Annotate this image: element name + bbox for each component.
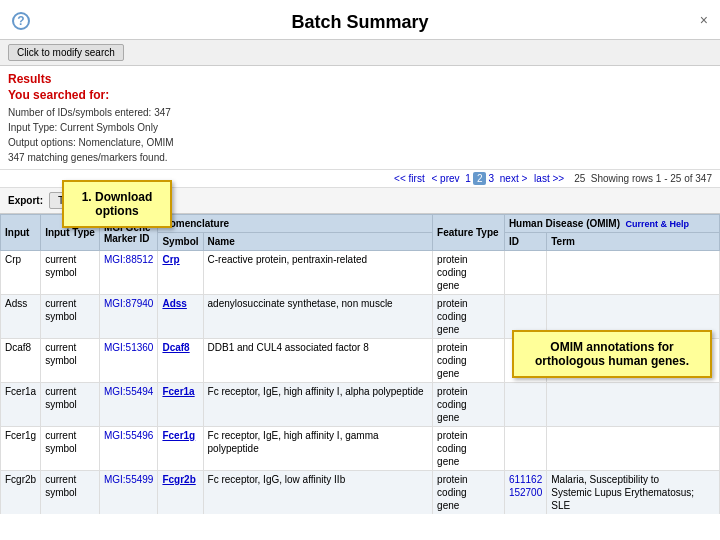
col-human-disease: Human Disease (OMIM) Current & Help: [504, 215, 719, 233]
cell-omim-id: [504, 251, 546, 295]
cell-name: C-reactive protein, pentraxin-related: [203, 251, 433, 295]
table-row: Adss currentsymbol MGI:87940 Adss adenyl…: [1, 295, 720, 339]
cell-omim-term: Malaria, Susceptibility toSystemic Lupus…: [547, 471, 720, 515]
cell-input-type: currentsymbol: [41, 471, 100, 515]
col-input-type: Input Type: [41, 215, 100, 251]
cell-mgi-id: MGI:88512: [99, 251, 157, 295]
cell-name: Fc receptor, IgE, high affinity I, gamma…: [203, 427, 433, 471]
next-page-link[interactable]: next >: [500, 173, 528, 184]
search-info-line-2: Input Type: Current Symbols Only: [8, 120, 712, 135]
cell-omim-id: 611162152700: [504, 471, 546, 515]
cell-feature-type: protein codinggene: [433, 295, 505, 339]
results-table: Input Input Type MGI GeneMarker ID Nomen…: [0, 214, 720, 514]
cell-input: Crp: [1, 251, 41, 295]
search-info-line-1: Number of IDs/symbols entered: 347: [8, 105, 712, 120]
col-omim-id: ID: [504, 233, 546, 251]
page-3[interactable]: 3: [488, 173, 494, 184]
table-row: Fcgr2b currentsymbol MGI:55499 Fcgr2b Fc…: [1, 471, 720, 515]
cell-symbol: Adss: [158, 295, 203, 339]
col-name: Name: [203, 233, 433, 251]
cell-input-type: currentsymbol: [41, 383, 100, 427]
close-icon[interactable]: ×: [700, 12, 708, 28]
cell-feature-type: protein codinggene: [433, 427, 505, 471]
search-subtitle: You searched for:: [8, 88, 712, 102]
cell-symbol: Fcgr2b: [158, 471, 203, 515]
pagination-bar: << first < prev 1 2 3 next > last >> 25 …: [0, 170, 720, 188]
cell-name: DDB1 and CUL4 associated factor 8: [203, 339, 433, 383]
cell-feature-type: protein codinggene: [433, 251, 505, 295]
page-header: Batch Summary: [0, 0, 720, 40]
cell-feature-type: protein codinggene: [433, 383, 505, 427]
cell-input: Fcer1g: [1, 427, 41, 471]
cell-input-type: currentsymbol: [41, 427, 100, 471]
export-text-button[interactable]: Text File: [49, 192, 104, 209]
cell-omim-term: [547, 295, 720, 339]
help-icon[interactable]: ?: [12, 12, 30, 30]
modify-search-bar: Click to modify search: [0, 40, 720, 66]
cell-mgi-id: MGI:87940: [99, 295, 157, 339]
results-section: Results You searched for: Number of IDs/…: [0, 66, 720, 170]
col-nomenclature: Nomenclature: [158, 215, 433, 233]
cell-symbol: Fcer1a: [158, 383, 203, 427]
first-page-link[interactable]: << first: [394, 173, 425, 184]
table-row: Dcaf8 currentsymbol MGI:51360 Dcaf8 DDB1…: [1, 339, 720, 383]
current-help-link[interactable]: Current & Help: [626, 219, 690, 229]
cell-omim-term: [547, 427, 720, 471]
cell-input: Fcer1a: [1, 383, 41, 427]
cell-omim-id: [504, 427, 546, 471]
col-mgi-id: MGI GeneMarker ID: [99, 215, 157, 251]
export-label: Export:: [8, 195, 43, 206]
cell-omim-id: [504, 383, 546, 427]
cell-input: Adss: [1, 295, 41, 339]
search-info-line-3: Output options: Nomenclature, OMIM: [8, 135, 712, 150]
col-symbol: Symbol: [158, 233, 203, 251]
cell-mgi-id: MGI:55494: [99, 383, 157, 427]
export-excel-button[interactable]: Excel File: [110, 192, 171, 209]
prev-page-link[interactable]: < prev: [431, 173, 459, 184]
page-title: Batch Summary: [291, 12, 428, 32]
cell-symbol: Crp: [158, 251, 203, 295]
results-table-wrapper: Input Input Type MGI GeneMarker ID Nomen…: [0, 214, 720, 514]
search-info-line-4: 347 matching genes/markers found.: [8, 150, 712, 165]
cell-name: Fc receptor, IgE, high affinity I, alpha…: [203, 383, 433, 427]
cell-symbol: Dcaf8: [158, 339, 203, 383]
cell-name: adenylosuccinate synthetase, non muscle: [203, 295, 433, 339]
cell-omim-id: [504, 339, 546, 383]
showing-count: Showing rows 1 - 25 of 347: [591, 173, 712, 184]
cell-mgi-id: MGI:51360: [99, 339, 157, 383]
cell-feature-type: protein codinggene: [433, 339, 505, 383]
cell-omim-term: [547, 251, 720, 295]
search-info: Number of IDs/symbols entered: 347 Input…: [8, 105, 712, 165]
cell-omim-term: [547, 383, 720, 427]
cell-name: Fc receptor, IgG, low affinity IIb: [203, 471, 433, 515]
page-1[interactable]: 1: [465, 173, 471, 184]
cell-mgi-id: MGI:55496: [99, 427, 157, 471]
col-omim-term: Term: [547, 233, 720, 251]
cell-input: Fcgr2b: [1, 471, 41, 515]
cell-input-type: currentsymbol: [41, 339, 100, 383]
col-input: Input: [1, 215, 41, 251]
cell-symbol: Fcer1g: [158, 427, 203, 471]
results-title: Results: [8, 73, 51, 85]
table-row: Fcer1g currentsymbol MGI:55496 Fcer1g Fc…: [1, 427, 720, 471]
per-page: 25: [574, 173, 585, 184]
table-row: Fcer1a currentsymbol MGI:55494 Fcer1a Fc…: [1, 383, 720, 427]
results-label: Results: [8, 72, 51, 86]
cell-mgi-id: MGI:55499: [99, 471, 157, 515]
cell-omim-id: [504, 295, 546, 339]
cell-input-type: currentsymbol: [41, 251, 100, 295]
cell-omim-term: [547, 339, 720, 383]
modify-search-button[interactable]: Click to modify search: [8, 44, 124, 61]
cell-input-type: currentsymbol: [41, 295, 100, 339]
last-page-link[interactable]: last >>: [534, 173, 564, 184]
cell-feature-type: protein codinggene: [433, 471, 505, 515]
col-feature-type: Feature Type: [433, 215, 505, 251]
page-2-current: 2: [473, 172, 487, 185]
export-bar: Export: Text File Excel File: [0, 188, 720, 214]
cell-input: Dcaf8: [1, 339, 41, 383]
table-row: Crp currentsymbol MGI:88512 Crp C-reacti…: [1, 251, 720, 295]
